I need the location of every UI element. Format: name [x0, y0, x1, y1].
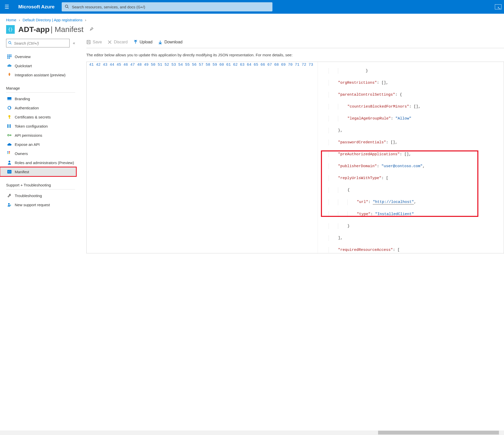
svg-line-1 — [68, 7, 69, 8]
sidebar-item-label: Manifest — [15, 170, 29, 174]
breadcrumb-home[interactable]: Home — [6, 18, 16, 22]
collapse-sidebar-icon[interactable]: « — [73, 41, 75, 45]
svg-rect-27 — [9, 151, 10, 152]
svg-rect-37 — [88, 42, 90, 44]
sidebar-item-manifest[interactable]: {} Manifest — [0, 167, 76, 176]
save-button[interactable]: Save — [86, 40, 102, 44]
sidebar-item-authentication[interactable]: Authentication — [6, 103, 75, 112]
breadcrumb-dir[interactable]: Default Directory | App registrations — [23, 18, 83, 22]
breadcrumb: Home › Default Directory | App registrat… — [0, 14, 504, 24]
rocket-icon — [7, 73, 12, 77]
person-icon — [7, 160, 12, 165]
pin-icon[interactable] — [89, 27, 94, 32]
sidebar-item-label: Branding — [15, 97, 30, 101]
svg-rect-9 — [7, 56, 8, 57]
search-icon — [8, 41, 12, 45]
upload-icon — [133, 40, 138, 44]
sidebar-item-label: Quickstart — [15, 64, 32, 68]
wrench-icon — [7, 193, 12, 198]
cloud-icon — [7, 63, 12, 68]
hamburger-icon[interactable]: ☰ — [3, 4, 11, 10]
sidebar-item-label: Expose an API — [15, 142, 40, 147]
sidebar-item-label: API permissions — [15, 133, 42, 137]
svg-point-14 — [9, 74, 10, 75]
sidebar-item-label: Integration assistant (preview) — [15, 73, 66, 77]
topbar: ☰ Microsoft Azure — [0, 0, 504, 14]
sidebar-item-overview[interactable]: Overview — [6, 52, 75, 61]
sidebar-item-label: Authentication — [15, 106, 39, 110]
svg-point-30 — [9, 161, 10, 163]
sidebar-item-certificates[interactable]: Certificates & secrets — [6, 112, 75, 121]
grid-icon — [7, 54, 12, 59]
sidebar-item-label: Certificates & secrets — [15, 115, 51, 119]
nav-group-manage: Manage — [6, 84, 75, 93]
svg-rect-10 — [9, 56, 10, 57]
svg-rect-12 — [7, 58, 8, 59]
download-icon — [158, 40, 162, 44]
upload-button[interactable]: Upload — [133, 40, 153, 44]
key-icon — [7, 115, 12, 119]
manifest-icon: {} — [7, 169, 12, 174]
svg-rect-35 — [87, 40, 90, 44]
sidebar-search-input[interactable] — [6, 39, 70, 47]
sidebar-item-label: New support request — [15, 203, 50, 207]
svg-line-3 — [90, 29, 91, 30]
sidebar-item-expose-api[interactable]: Expose an API — [6, 140, 75, 149]
toolbar: Save Discard Upload Download — [86, 39, 504, 48]
code-area[interactable]: } "orgRestrictions": [], "parentalContro… — [318, 62, 504, 253]
sidebar-item-label: Token configuration — [15, 124, 48, 128]
branding-icon — [7, 96, 12, 101]
svg-line-5 — [11, 43, 12, 44]
sidebar-item-label: Troubleshooting — [15, 194, 42, 198]
global-search[interactable] — [62, 2, 272, 11]
sidebar-item-new-request[interactable]: New support request — [6, 200, 75, 209]
support-icon — [7, 202, 12, 207]
sidebar-item-quickstart[interactable]: Quickstart — [6, 61, 75, 70]
svg-point-33 — [8, 203, 10, 205]
owners-icon — [7, 151, 12, 156]
svg-rect-13 — [9, 58, 10, 59]
svg-rect-11 — [10, 56, 11, 57]
chevron-right-icon: › — [85, 18, 86, 22]
svg-rect-23 — [10, 124, 11, 128]
global-search-input[interactable] — [62, 2, 272, 11]
sidebar-item-owners[interactable]: Owners — [6, 149, 75, 158]
cloud-icon — [7, 142, 12, 147]
main-content: Save Discard Upload Download The editor … — [81, 39, 504, 253]
svg-rect-7 — [9, 55, 10, 56]
line-gutter: 41 42 43 44 45 46 47 48 49 50 51 52 53 5… — [87, 62, 318, 253]
json-editor[interactable]: 41 42 43 44 45 46 47 48 49 50 51 52 53 5… — [86, 62, 504, 253]
svg-rect-8 — [10, 55, 11, 56]
sidebar-item-troubleshooting[interactable]: Troubleshooting — [6, 191, 75, 200]
save-icon — [86, 40, 91, 44]
svg-rect-15 — [7, 97, 11, 99]
sidebar-item-token-config[interactable]: Token configuration — [6, 121, 75, 131]
app-icon: {} — [6, 25, 15, 34]
search-icon — [65, 5, 69, 9]
svg-point-24 — [8, 134, 9, 136]
discard-button[interactable]: Discard — [107, 40, 127, 44]
sidebar: « Overview Quickstart Integration assist… — [0, 39, 81, 253]
sidebar-item-branding[interactable]: Branding — [6, 94, 75, 103]
page-title-row: {} ADT-app | Manifest — [0, 24, 504, 39]
sidebar-item-integration[interactable]: Integration assistant (preview) — [6, 70, 75, 79]
sidebar-item-label: Overview — [15, 55, 31, 59]
nav-group-support: Support + Troubleshooting — [6, 181, 75, 189]
token-icon — [7, 124, 12, 128]
cloud-shell-icon[interactable] — [495, 4, 501, 9]
sidebar-item-roles[interactable]: Roles and administrators (Preview) — [6, 158, 75, 167]
svg-rect-29 — [9, 153, 10, 154]
svg-rect-36 — [88, 40, 89, 42]
close-icon — [107, 40, 112, 44]
app-name: ADT-app — [18, 25, 50, 33]
svg-point-0 — [65, 5, 68, 8]
svg-text:{}: {} — [8, 170, 11, 173]
svg-point-4 — [9, 41, 11, 44]
sidebar-item-api-permissions[interactable]: API permissions — [6, 131, 75, 140]
page-title: | Manifest — [51, 25, 84, 33]
svg-rect-20 — [9, 118, 10, 118]
brand[interactable]: Microsoft Azure — [16, 4, 57, 10]
highlight-box — [321, 150, 478, 217]
svg-point-18 — [8, 115, 10, 117]
download-button[interactable]: Download — [158, 40, 182, 44]
